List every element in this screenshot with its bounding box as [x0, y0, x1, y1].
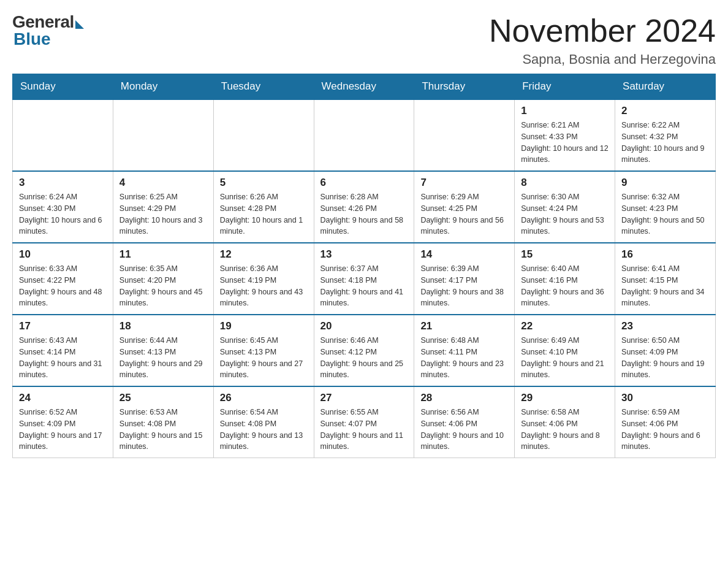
day-number: 7 — [420, 177, 508, 189]
day-number: 14 — [420, 248, 508, 261]
day-info: Sunrise: 6:50 AM Sunset: 4:09 PM Dayligh… — [621, 335, 709, 381]
calendar-cell: 28Sunrise: 6:56 AM Sunset: 4:06 PM Dayli… — [414, 386, 515, 458]
logo-blue-text: Blue — [13, 29, 51, 49]
calendar-week-row: 10Sunrise: 6:33 AM Sunset: 4:22 PM Dayli… — [13, 243, 716, 315]
day-info: Sunrise: 6:41 AM Sunset: 4:15 PM Dayligh… — [621, 263, 709, 309]
day-info: Sunrise: 6:58 AM Sunset: 4:06 PM Dayligh… — [521, 407, 609, 453]
day-info: Sunrise: 6:30 AM Sunset: 4:24 PM Dayligh… — [521, 191, 609, 237]
day-info: Sunrise: 6:53 AM Sunset: 4:08 PM Dayligh… — [119, 407, 207, 453]
day-info: Sunrise: 6:44 AM Sunset: 4:13 PM Dayligh… — [119, 335, 207, 381]
day-number: 10 — [19, 248, 107, 261]
day-info: Sunrise: 6:32 AM Sunset: 4:23 PM Dayligh… — [621, 191, 709, 237]
day-info: Sunrise: 6:43 AM Sunset: 4:14 PM Dayligh… — [19, 335, 107, 381]
day-number: 6 — [320, 177, 408, 189]
day-number: 9 — [621, 177, 709, 189]
day-number: 30 — [621, 392, 709, 404]
logo-arrow-icon — [75, 20, 84, 29]
calendar-cell — [113, 99, 213, 171]
calendar-cell: 7Sunrise: 6:29 AM Sunset: 4:25 PM Daylig… — [414, 171, 515, 243]
day-number: 26 — [220, 392, 308, 404]
calendar-cell: 19Sunrise: 6:45 AM Sunset: 4:13 PM Dayli… — [213, 315, 314, 386]
day-number: 5 — [220, 177, 308, 189]
day-info: Sunrise: 6:48 AM Sunset: 4:11 PM Dayligh… — [420, 335, 508, 381]
day-info: Sunrise: 6:49 AM Sunset: 4:10 PM Dayligh… — [521, 335, 609, 381]
day-info: Sunrise: 6:33 AM Sunset: 4:22 PM Dayligh… — [19, 263, 107, 309]
day-number: 3 — [19, 177, 107, 189]
calendar-cell: 26Sunrise: 6:54 AM Sunset: 4:08 PM Dayli… — [213, 386, 314, 458]
calendar-cell: 2Sunrise: 6:22 AM Sunset: 4:32 PM Daylig… — [615, 99, 716, 171]
calendar-cell — [414, 99, 515, 171]
day-number: 17 — [19, 320, 107, 332]
calendar-cell: 27Sunrise: 6:55 AM Sunset: 4:07 PM Dayli… — [314, 386, 414, 458]
day-info: Sunrise: 6:45 AM Sunset: 4:13 PM Dayligh… — [220, 335, 308, 381]
day-number: 15 — [521, 248, 609, 261]
calendar-cell: 18Sunrise: 6:44 AM Sunset: 4:13 PM Dayli… — [113, 315, 213, 386]
day-of-week-header: Wednesday — [314, 74, 414, 100]
day-info: Sunrise: 6:22 AM Sunset: 4:32 PM Dayligh… — [621, 120, 709, 166]
calendar-cell — [213, 99, 314, 171]
day-number: 22 — [521, 320, 609, 332]
day-number: 13 — [320, 248, 408, 261]
day-info: Sunrise: 6:28 AM Sunset: 4:26 PM Dayligh… — [320, 191, 408, 237]
calendar-cell — [314, 99, 414, 171]
logo: General Blue — [12, 12, 84, 49]
calendar-cell: 3Sunrise: 6:24 AM Sunset: 4:30 PM Daylig… — [13, 171, 113, 243]
day-info: Sunrise: 6:21 AM Sunset: 4:33 PM Dayligh… — [521, 120, 609, 166]
day-number: 25 — [119, 392, 207, 404]
calendar-cell: 17Sunrise: 6:43 AM Sunset: 4:14 PM Dayli… — [13, 315, 113, 386]
day-number: 16 — [621, 248, 709, 261]
calendar-cell: 20Sunrise: 6:46 AM Sunset: 4:12 PM Dayli… — [314, 315, 414, 386]
calendar-cell: 22Sunrise: 6:49 AM Sunset: 4:10 PM Dayli… — [515, 315, 615, 386]
calendar-cell: 9Sunrise: 6:32 AM Sunset: 4:23 PM Daylig… — [615, 171, 716, 243]
day-number: 27 — [320, 392, 408, 404]
calendar-cell: 6Sunrise: 6:28 AM Sunset: 4:26 PM Daylig… — [314, 171, 414, 243]
calendar-cell: 29Sunrise: 6:58 AM Sunset: 4:06 PM Dayli… — [515, 386, 615, 458]
calendar-cell: 14Sunrise: 6:39 AM Sunset: 4:17 PM Dayli… — [414, 243, 515, 315]
calendar-cell: 1Sunrise: 6:21 AM Sunset: 4:33 PM Daylig… — [515, 99, 615, 171]
day-info: Sunrise: 6:56 AM Sunset: 4:06 PM Dayligh… — [420, 407, 508, 453]
day-number: 28 — [420, 392, 508, 404]
page-header: General Blue November 2024 Sapna, Bosnia… — [12, 12, 716, 67]
title-area: November 2024 Sapna, Bosnia and Herzegov… — [489, 12, 716, 67]
day-number: 12 — [220, 248, 308, 261]
calendar-week-row: 17Sunrise: 6:43 AM Sunset: 4:14 PM Dayli… — [13, 315, 716, 386]
day-info: Sunrise: 6:29 AM Sunset: 4:25 PM Dayligh… — [420, 191, 508, 237]
day-info: Sunrise: 6:26 AM Sunset: 4:28 PM Dayligh… — [220, 191, 308, 237]
calendar-week-row: 24Sunrise: 6:52 AM Sunset: 4:09 PM Dayli… — [13, 386, 716, 458]
day-of-week-header: Thursday — [414, 74, 515, 100]
calendar-header-row: SundayMondayTuesdayWednesdayThursdayFrid… — [13, 74, 716, 100]
day-of-week-header: Saturday — [615, 74, 716, 100]
day-info: Sunrise: 6:46 AM Sunset: 4:12 PM Dayligh… — [320, 335, 408, 381]
day-number: 18 — [119, 320, 207, 332]
day-info: Sunrise: 6:36 AM Sunset: 4:19 PM Dayligh… — [220, 263, 308, 309]
day-number: 11 — [119, 248, 207, 261]
calendar-cell: 11Sunrise: 6:35 AM Sunset: 4:20 PM Dayli… — [113, 243, 213, 315]
day-info: Sunrise: 6:40 AM Sunset: 4:16 PM Dayligh… — [521, 263, 609, 309]
calendar-cell: 8Sunrise: 6:30 AM Sunset: 4:24 PM Daylig… — [515, 171, 615, 243]
calendar-cell: 25Sunrise: 6:53 AM Sunset: 4:08 PM Dayli… — [113, 386, 213, 458]
calendar-week-row: 3Sunrise: 6:24 AM Sunset: 4:30 PM Daylig… — [13, 171, 716, 243]
calendar-cell: 23Sunrise: 6:50 AM Sunset: 4:09 PM Dayli… — [615, 315, 716, 386]
day-number: 21 — [420, 320, 508, 332]
calendar-cell: 24Sunrise: 6:52 AM Sunset: 4:09 PM Dayli… — [13, 386, 113, 458]
day-number: 23 — [621, 320, 709, 332]
day-info: Sunrise: 6:54 AM Sunset: 4:08 PM Dayligh… — [220, 407, 308, 453]
day-info: Sunrise: 6:52 AM Sunset: 4:09 PM Dayligh… — [19, 407, 107, 453]
day-info: Sunrise: 6:37 AM Sunset: 4:18 PM Dayligh… — [320, 263, 408, 309]
month-title: November 2024 — [489, 12, 716, 49]
day-info: Sunrise: 6:35 AM Sunset: 4:20 PM Dayligh… — [119, 263, 207, 309]
day-number: 4 — [119, 177, 207, 189]
day-number: 8 — [521, 177, 609, 189]
day-of-week-header: Monday — [113, 74, 213, 100]
calendar-cell — [13, 99, 113, 171]
day-number: 1 — [521, 105, 609, 117]
day-number: 20 — [320, 320, 408, 332]
day-number: 24 — [19, 392, 107, 404]
day-of-week-header: Tuesday — [213, 74, 314, 100]
day-number: 2 — [621, 105, 709, 117]
day-info: Sunrise: 6:24 AM Sunset: 4:30 PM Dayligh… — [19, 191, 107, 237]
calendar-cell: 15Sunrise: 6:40 AM Sunset: 4:16 PM Dayli… — [515, 243, 615, 315]
day-number: 19 — [220, 320, 308, 332]
calendar-cell: 12Sunrise: 6:36 AM Sunset: 4:19 PM Dayli… — [213, 243, 314, 315]
calendar-cell: 4Sunrise: 6:25 AM Sunset: 4:29 PM Daylig… — [113, 171, 213, 243]
